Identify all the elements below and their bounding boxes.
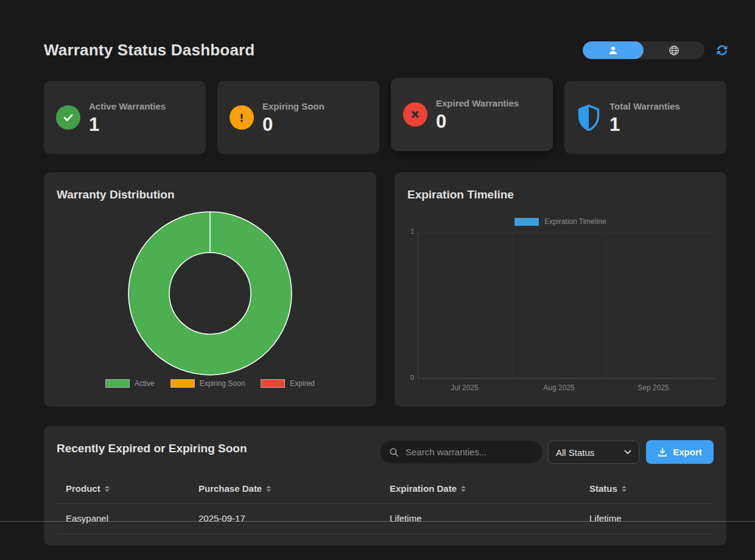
- timeline-plot-area: [418, 232, 714, 378]
- download-icon: [658, 447, 667, 457]
- cell-expiration-date: Lifetime: [390, 513, 422, 523]
- sort-icon: [461, 486, 466, 492]
- sort-icon: [105, 486, 110, 492]
- stat-value: 0: [262, 115, 325, 134]
- stat-value: 1: [609, 115, 680, 134]
- gridline: [418, 232, 714, 233]
- cell-status: Lifetime: [589, 513, 622, 523]
- donut-legend: Active Expiring Soon Expired: [44, 379, 376, 388]
- legend-label: Expired: [290, 379, 315, 388]
- legend-item-expiring-soon[interactable]: Expiring Soon: [170, 379, 245, 388]
- recent-warranties-card: Recently Expired or Expiring Soon All St…: [44, 426, 726, 545]
- status-filter-value: All Status: [556, 447, 594, 458]
- stat-value: 1: [89, 115, 166, 134]
- column-header-purchase-date[interactable]: Purchase Date: [198, 483, 271, 494]
- x-axis-tick: Aug 2025: [525, 383, 592, 392]
- page-title: Warranty Status Dashboard: [44, 41, 255, 60]
- refresh-icon: [715, 44, 729, 57]
- timeline-legend-label: Expiration Timeline: [544, 217, 606, 226]
- timeline-legend-swatch: [514, 218, 539, 226]
- cell-product: Easypanel: [66, 513, 108, 523]
- column-label: Expiration Date: [390, 483, 457, 494]
- column-header-expiration-date[interactable]: Expiration Date: [390, 483, 466, 494]
- status-filter-select[interactable]: All Status: [548, 441, 639, 464]
- page: { "header": { "title": "Warranty Status …: [0, 0, 755, 560]
- legend-item-expired[interactable]: Expired: [261, 379, 315, 388]
- timeline-title: Expiration Timeline: [407, 188, 514, 201]
- stat-card-active-warranties[interactable]: Active Warranties 1: [44, 81, 206, 154]
- warranty-distribution-card: Warranty Distribution Active Expiring So…: [44, 172, 376, 407]
- table-row-divider: [57, 534, 714, 534]
- search-box: [380, 440, 543, 464]
- shield-icon: [577, 105, 601, 130]
- user-icon: [608, 46, 618, 55]
- legend-label: Active: [135, 379, 155, 388]
- stat-text: Active Warranties 1: [89, 101, 166, 134]
- check-circle-icon: [56, 105, 80, 130]
- legend-label: Expiring Soon: [200, 379, 245, 388]
- x-axis-tick: Jul 2025: [431, 383, 498, 392]
- gridline: [701, 232, 701, 378]
- sort-icon: [622, 486, 627, 492]
- legend-swatch-expired: [261, 379, 285, 388]
- view-toggle: [583, 41, 704, 59]
- search-icon: [389, 447, 399, 457]
- stat-label: Expiring Soon: [262, 101, 325, 111]
- x-axis-tick: Sep 2025: [620, 383, 687, 392]
- stat-text: Total Warranties 1: [609, 101, 680, 134]
- legend-swatch-active: [105, 379, 130, 388]
- warranty-distribution-donut-chart: [126, 209, 294, 377]
- stat-label: Total Warranties: [609, 101, 680, 111]
- gridline: [512, 232, 513, 378]
- refresh-button[interactable]: [715, 44, 729, 58]
- stat-card-expiring-soon[interactable]: Expiring Soon 0: [217, 81, 379, 154]
- exclamation-circle-icon: [230, 105, 254, 130]
- expiration-timeline-card: Expiration Timeline Expiration Timeline …: [395, 172, 726, 407]
- y-axis-tick: 1: [398, 228, 414, 235]
- stat-text: Expired Warranties 0: [436, 98, 519, 131]
- stat-text: Expiring Soon 0: [262, 101, 325, 134]
- export-label: Export: [673, 447, 702, 457]
- export-button[interactable]: Export: [646, 440, 714, 464]
- table-header-divider: [57, 503, 714, 504]
- x-circle-icon: [403, 102, 427, 127]
- distribution-title: Warranty Distribution: [57, 188, 175, 201]
- stat-card-expired-warranties[interactable]: Expired Warranties 0: [391, 78, 553, 151]
- stat-value: 0: [436, 112, 519, 131]
- toggle-option-user[interactable]: [583, 41, 644, 59]
- stat-label: Active Warranties: [89, 101, 166, 111]
- cell-purchase-date: 2025-09-17: [198, 513, 245, 523]
- timeline-legend[interactable]: Expiration Timeline: [395, 217, 726, 226]
- toggle-option-globe[interactable]: [644, 41, 704, 59]
- search-input[interactable]: [404, 446, 533, 458]
- column-label: Purchase Date: [198, 483, 262, 494]
- column-header-status[interactable]: Status: [589, 483, 627, 494]
- legend-swatch-expiring-soon: [170, 379, 195, 388]
- gridline: [606, 232, 607, 378]
- globe-icon: [669, 45, 680, 56]
- column-label: Product: [66, 483, 100, 494]
- table-title: Recently Expired or Expiring Soon: [57, 442, 247, 455]
- column-label: Status: [589, 483, 617, 494]
- column-header-product[interactable]: Product: [66, 483, 110, 494]
- chevron-down-icon: [624, 450, 631, 455]
- sort-icon: [266, 486, 271, 492]
- legend-item-active[interactable]: Active: [105, 379, 155, 388]
- page-seam-line: [0, 521, 755, 522]
- y-axis-tick: 0: [398, 374, 414, 381]
- stat-label: Expired Warranties: [436, 98, 519, 108]
- x-axis-line: [418, 378, 714, 379]
- stat-card-total-warranties[interactable]: Total Warranties 1: [564, 81, 726, 154]
- y-axis-line: [418, 232, 418, 378]
